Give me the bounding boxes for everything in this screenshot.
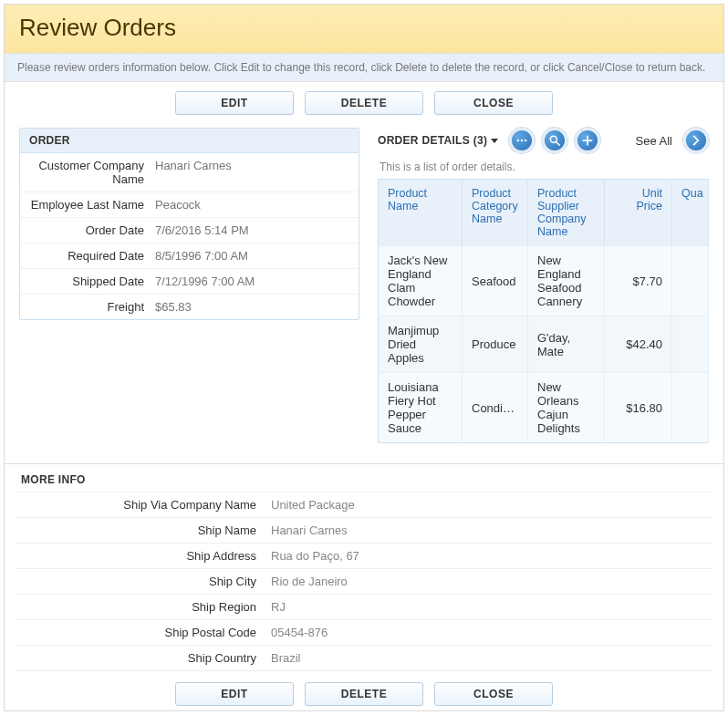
form-label: Order Date — [27, 223, 155, 237]
info-value: Brazil — [271, 651, 301, 665]
grid-header-row: Product Name Product Category Name Produ… — [379, 180, 709, 246]
edit-button[interactable]: EDIT — [175, 91, 294, 115]
main-columns: ORDER Customer Company Name Hanari Carne… — [5, 128, 723, 443]
search-icon — [548, 134, 561, 147]
delete-button[interactable]: DELETE — [305, 91, 423, 115]
info-label: Ship City — [16, 575, 271, 588]
cell-category: Seafood — [463, 246, 528, 316]
form-value: Hanari Carnes — [155, 159, 232, 186]
order-panel: ORDER Customer Company Name Hanari Carne… — [19, 128, 359, 320]
info-row: Ship Region RJ — [16, 594, 712, 619]
order-form-rows: Customer Company Name Hanari Carnes Empl… — [20, 153, 359, 319]
cell-qty — [672, 316, 709, 373]
more-actions-button[interactable] — [509, 128, 535, 153]
form-label: Required Date — [27, 249, 155, 263]
cell-price: $42.40 — [605, 316, 672, 373]
info-label: Ship Postal Code — [16, 626, 271, 639]
details-header: ORDER DETAILS (3) See All — [378, 128, 709, 159]
form-label: Shipped Date — [27, 275, 155, 288]
cell-name: Jack's New England Clam Chowder — [379, 246, 463, 316]
form-row: Required Date 8/5/1996 7:00 AM — [20, 244, 359, 269]
action-bar-bottom: EDIT DELETE CLOSE — [5, 671, 723, 711]
close-button[interactable]: CLOSE — [434, 91, 553, 115]
see-all-label: See All — [636, 134, 672, 148]
form-row: Shipped Date 7/12/1996 7:00 AM — [20, 269, 359, 295]
cell-name: Louisiana Fiery Hot Pepper Sauce — [379, 373, 463, 443]
form-label: Freight — [27, 300, 155, 314]
info-value: Rua do Paço, 67 — [271, 549, 359, 563]
cell-name: Manjimup Dried Apples — [379, 316, 463, 373]
form-value: 8/5/1996 7:00 AM — [155, 249, 248, 263]
page-container: Review Orders Please review orders infor… — [4, 4, 724, 711]
cell-category: Produce — [463, 316, 528, 373]
info-row: Ship Via Company Name United Package — [16, 492, 712, 517]
add-button[interactable] — [575, 128, 600, 153]
svg-line-4 — [556, 142, 560, 146]
order-panel-title: ORDER — [20, 129, 359, 153]
form-row: Customer Company Name Hanari Carnes — [20, 153, 359, 192]
info-value: Rio de Janeiro — [271, 575, 348, 588]
info-row: Ship Country Brazil — [16, 645, 712, 671]
info-label: Ship Region — [16, 600, 271, 614]
cell-price: $7.70 — [605, 246, 672, 316]
table-row[interactable]: Manjimup Dried Apples Produce G'day, Mat… — [379, 316, 709, 373]
ellipsis-icon — [515, 134, 528, 147]
details-subtext: This is a list of order details. — [378, 159, 709, 179]
title-bar: Review Orders — [5, 5, 723, 53]
details-grid: Product Name Product Category Name Produ… — [378, 179, 709, 443]
info-row: Ship Address Rua do Paço, 67 — [16, 543, 712, 568]
form-value: 7/12/1996 7:00 AM — [155, 275, 255, 288]
form-value: 7/6/2016 5:14 PM — [155, 223, 249, 237]
col-header-qty[interactable]: Qua — [672, 180, 709, 246]
info-row: Ship Name Hanari Carnes — [16, 517, 712, 543]
chevron-right-icon — [690, 134, 702, 147]
col-header-price[interactable]: Unit Price — [605, 180, 672, 246]
details-title-dropdown[interactable]: ORDER DETAILS (3) — [378, 134, 498, 147]
cell-qty — [672, 373, 709, 443]
info-value: United Package — [271, 498, 355, 512]
svg-point-1 — [521, 140, 524, 142]
form-row: Freight $65.83 — [20, 295, 359, 319]
info-value: Hanari Carnes — [271, 523, 348, 537]
cell-supplier: G'day, Mate — [528, 316, 605, 373]
cell-category: Condim... — [463, 373, 528, 443]
svg-point-2 — [525, 140, 527, 142]
see-all-button[interactable] — [683, 128, 709, 153]
action-bar-top: EDIT DELETE CLOSE — [5, 82, 723, 128]
details-title-label: ORDER DETAILS (3) — [378, 134, 487, 147]
info-row: Ship City Rio de Janeiro — [16, 568, 712, 594]
cell-supplier: New Orleans Cajun Delights — [528, 373, 605, 443]
table-row[interactable]: Jack's New England Clam Chowder Seafood … — [379, 246, 709, 316]
form-label: Customer Company Name — [27, 159, 155, 186]
more-info-rows: Ship Via Company Name United Package Shi… — [5, 492, 723, 671]
plus-icon — [581, 134, 594, 147]
col-header-category[interactable]: Product Category Name — [463, 180, 528, 246]
col-header-supplier[interactable]: Product Supplier Company Name — [528, 180, 605, 246]
more-info-title: MORE INFO — [5, 464, 723, 492]
info-value: RJ — [271, 600, 286, 614]
info-label: Ship Via Company Name — [16, 498, 271, 512]
close-button-bottom[interactable]: CLOSE — [434, 682, 553, 706]
edit-button-bottom[interactable]: EDIT — [175, 682, 294, 706]
form-row: Employee Last Name Peacock — [20, 192, 359, 218]
page-title: Review Orders — [19, 14, 709, 42]
info-value: 05454-876 — [271, 626, 328, 639]
delete-button-bottom[interactable]: DELETE — [305, 682, 423, 706]
info-row: Ship Postal Code 05454-876 — [16, 619, 712, 645]
info-label: Ship Name — [16, 523, 271, 537]
cell-supplier: New England Seafood Cannery — [528, 246, 605, 316]
search-button[interactable] — [542, 128, 567, 153]
form-value: Peacock — [155, 198, 201, 212]
form-label: Employee Last Name — [27, 198, 155, 212]
order-details-column: ORDER DETAILS (3) See All This is — [378, 128, 709, 443]
form-row: Order Date 7/6/2016 5:14 PM — [20, 218, 359, 244]
form-value: $65.83 — [155, 300, 192, 314]
svg-point-0 — [517, 140, 520, 142]
col-header-name[interactable]: Product Name — [379, 180, 463, 246]
cell-qty — [672, 246, 709, 316]
cell-price: $16.80 — [605, 373, 672, 443]
info-label: Ship Address — [16, 549, 271, 563]
instructions-text: Please review orders information below. … — [5, 53, 723, 82]
chevron-down-icon — [491, 139, 498, 143]
table-row[interactable]: Louisiana Fiery Hot Pepper Sauce Condim.… — [379, 373, 709, 443]
